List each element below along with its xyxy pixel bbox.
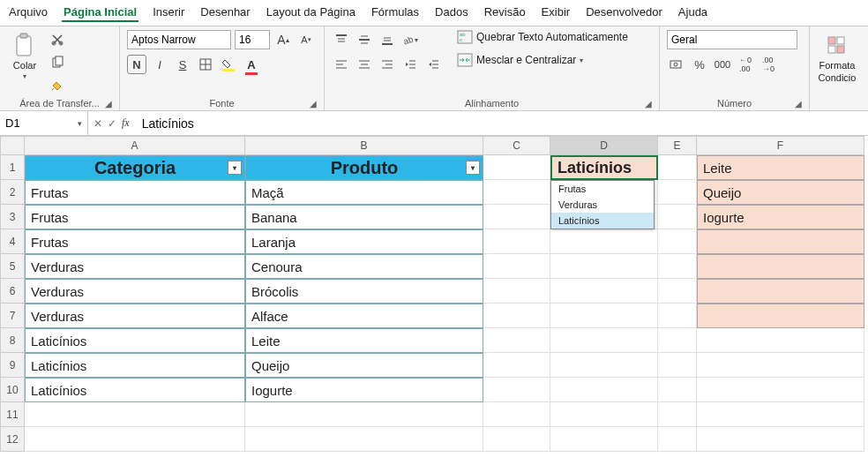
cell-A12[interactable] [25,427,245,452]
cancel-icon[interactable]: ✕ [94,117,102,130]
cell-E11[interactable] [658,402,697,427]
row-header-9[interactable]: 9 [0,353,25,378]
row-header-7[interactable]: 7 [0,304,25,328]
cell-E10[interactable] [658,378,697,402]
align-bottom-button[interactable] [378,30,397,49]
cell-C6[interactable] [483,279,550,304]
cell-A10[interactable]: Laticínios [25,378,245,402]
dropdown-option[interactable]: Frutas [551,181,654,197]
menu-arquivo[interactable]: Arquivo [7,4,49,22]
cell-D4[interactable] [550,229,658,254]
dialog-launcher-icon[interactable]: ◢ [310,99,317,109]
cell-E1[interactable] [658,155,697,180]
percent-button[interactable]: % [690,55,709,74]
cell-E4[interactable] [658,229,697,254]
cell-D12[interactable] [550,427,658,452]
decrease-font-button[interactable]: A▾ [296,30,316,49]
cell-C12[interactable] [483,427,550,452]
menu-formulas[interactable]: Fórmulas [370,4,421,22]
column-header-F[interactable]: F [697,136,864,155]
cell-E5[interactable] [658,254,697,279]
cell-A9[interactable]: Laticínios [25,353,245,378]
font-size-select[interactable] [235,30,270,49]
cell-F2[interactable]: Queijo [697,180,864,205]
row-header-4[interactable]: 4 [0,229,25,254]
cell-C3[interactable] [483,205,550,229]
cell-D8[interactable] [550,328,658,353]
dialog-launcher-icon[interactable]: ◢ [645,99,652,109]
cell-B11[interactable] [245,402,483,427]
column-header-D[interactable]: D [550,136,658,155]
name-box-input[interactable] [5,116,65,130]
increase-decimal-button[interactable]: ←0.00 [736,55,755,74]
align-left-button[interactable] [332,55,351,74]
cell-F11[interactable] [697,402,864,427]
cell-B4[interactable]: Laranja [245,229,483,254]
cell-C7[interactable] [483,304,550,328]
menu-inserir[interactable]: Inserir [151,4,186,22]
paste-button[interactable]: Colar ▾ [7,30,42,84]
cut-button[interactable] [48,30,67,49]
copy-button[interactable] [48,53,67,72]
font-color-button[interactable]: A [242,55,261,74]
font-name-select[interactable] [127,30,231,49]
menu-exibir[interactable]: Exibir [540,4,572,22]
cell-D5[interactable] [550,254,658,279]
cell-C4[interactable] [483,229,550,254]
format-painter-button[interactable] [48,76,67,95]
cell-C1[interactable] [483,155,550,180]
align-right-button[interactable] [378,55,397,74]
border-button[interactable] [196,55,215,74]
validation-dropdown[interactable]: FrutasVerdurasLaticínios [550,180,655,229]
cell-A4[interactable]: Frutas [25,229,245,254]
cell-C5[interactable] [483,254,550,279]
align-center-button[interactable] [355,55,374,74]
cell-A2[interactable]: Frutas [25,180,245,205]
cell-F9[interactable] [697,353,864,378]
conditional-formatting-button[interactable]: Formata Condicio [817,30,857,86]
dialog-launcher-icon[interactable]: ◢ [105,99,112,109]
column-header-B[interactable]: B [245,136,483,155]
cell-A5[interactable]: Verduras [25,254,245,279]
comma-button[interactable]: 000 [713,55,732,74]
cell-E3[interactable] [658,205,697,229]
cell-A3[interactable]: Frutas [25,205,245,229]
cell-F1[interactable]: Leite [697,155,864,180]
row-header-1[interactable]: 1 [0,155,25,180]
menu-layout[interactable]: Layout da Página [265,4,357,22]
cell-A11[interactable] [25,402,245,427]
cell-D7[interactable] [550,304,658,328]
chevron-down-icon[interactable]: ▾ [78,119,82,128]
align-top-button[interactable] [332,30,351,49]
wrap-text-button[interactable]: abc Quebrar Texto Automaticamente [457,30,628,44]
cell-E9[interactable] [658,353,697,378]
menu-desenhar[interactable]: Desenhar [198,4,251,22]
increase-font-button[interactable]: A▴ [273,30,293,49]
menu-revisao[interactable]: Revisão [483,4,528,22]
cell-F3[interactable]: Iogurte [697,205,864,229]
align-middle-button[interactable] [355,30,374,49]
row-header-12[interactable]: 12 [0,427,25,452]
row-header-10[interactable]: 10 [0,378,25,402]
dropdown-option[interactable]: Verduras [551,197,654,213]
cell-C9[interactable] [483,353,550,378]
fill-color-button[interactable] [219,55,238,74]
bold-button[interactable]: N [127,55,146,74]
number-format-select[interactable] [667,30,797,49]
name-box[interactable]: ▾ [0,111,88,135]
cell-C11[interactable] [483,402,550,427]
menu-ajuda[interactable]: Ajuda [677,4,709,22]
menu-pagina-inicial[interactable]: Página Inicial [62,4,138,22]
underline-button[interactable]: S [173,55,192,74]
dropdown-option[interactable]: Laticínios [551,213,654,229]
cell-B1[interactable]: Produto▾ [245,155,483,180]
cell-E12[interactable] [658,427,697,452]
enter-icon[interactable]: ✓ [108,117,116,130]
cell-A6[interactable]: Verduras [25,279,245,304]
cell-D9[interactable] [550,353,658,378]
cell-F12[interactable] [697,427,864,452]
menu-dados[interactable]: Dados [433,4,470,22]
row-header-2[interactable]: 2 [0,180,25,205]
accounting-format-button[interactable] [667,55,686,74]
formula-input[interactable] [135,111,868,135]
